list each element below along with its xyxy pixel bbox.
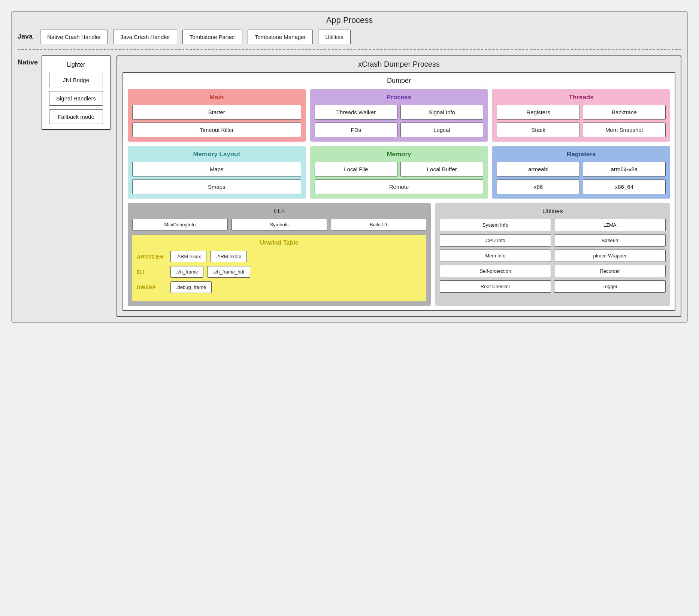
java-row: Java Native Crash Handler Java Crash Han… xyxy=(18,30,681,49)
memory-boxes-bottom: Remote xyxy=(315,179,484,194)
xcrash-title: xCrash Dumper Process xyxy=(122,60,675,69)
box-starter: Starter xyxy=(132,105,301,120)
unwind-row-eh: EH .eh_frame .eh_frame_hdr xyxy=(137,266,422,278)
box-mem-info: Mem Info xyxy=(440,250,551,262)
box-tombstone-parser: Tombstone Parser xyxy=(182,30,242,44)
box-smaps: Smaps xyxy=(132,179,301,194)
dumper-bottom-row: ELF MiniDebugInfo Symbols Build-ID Unwin… xyxy=(128,203,670,306)
elf-title: ELF xyxy=(132,208,426,215)
box-signal-handlers: Signal Handlers xyxy=(49,91,103,106)
box-threads-walker: Threads Walker xyxy=(315,105,397,120)
unwind-dwarf-label: DWARF xyxy=(137,284,167,290)
box-local-buffer: Local Buffer xyxy=(400,162,483,176)
app-process-title: App Process xyxy=(18,15,681,25)
diagram-wrapper: App Process Java Native Crash Handler Ja… xyxy=(7,7,692,326)
threads-boxes: Registers Backtrace Stack Mem Snapshot xyxy=(497,105,666,137)
box-ptrace-wrapper: ptrace Wrapper xyxy=(554,250,666,262)
utilities-title: Utilities xyxy=(440,208,666,215)
memory-label: Memory xyxy=(315,151,484,158)
box-lzma: LZMA xyxy=(554,219,666,231)
box-tombstone-manager: Tombstone Manager xyxy=(248,30,313,44)
process-boxes: Threads Walker Signal Info FDs Logcat xyxy=(315,105,484,137)
main-boxes: Starter Timeout Killer xyxy=(132,105,301,137)
box-fds: FDs xyxy=(315,123,397,137)
box-root-checker: Root Checker xyxy=(440,280,551,293)
box-remote: Remote xyxy=(315,179,484,194)
section-memory: Memory Local File Local Buffer Remote xyxy=(310,146,488,199)
native-row: Native Lighter JNI Bridge Signal Handler… xyxy=(18,50,681,322)
box-build-id: Build-ID xyxy=(331,219,426,230)
box-arm-exidx: .ARM.exidx xyxy=(170,251,206,262)
section-memory-layout: Memory Layout Maps Smaps xyxy=(128,146,306,199)
app-process-box: App Process Java Native Crash Handler Ja… xyxy=(11,11,688,323)
memory-layout-label: Memory Layout xyxy=(132,151,301,158)
dumper-title: Dumper xyxy=(128,77,670,85)
unwind-eh-label: EH xyxy=(137,269,167,275)
box-cpu-info: CPU Info xyxy=(440,234,551,247)
box-backtrace: Backtrace xyxy=(583,105,666,120)
box-x86-64: x86_64 xyxy=(583,179,666,194)
section-threads: Threads Registers Backtrace Stack Mem Sn… xyxy=(492,89,670,142)
process-label: Process xyxy=(315,94,484,101)
lighter-title: Lighter xyxy=(49,61,103,68)
box-armeabi: armeabi xyxy=(497,162,580,176)
unwind-row-dwarf: DWARF .debug_frame xyxy=(137,281,422,293)
xcrash-process-box: xCrash Dumper Process Dumper Main Starte… xyxy=(116,55,681,317)
box-recorder: Recorder xyxy=(554,265,666,277)
box-base64: Base64 xyxy=(554,234,666,247)
box-local-file: Local File xyxy=(315,162,397,176)
utilities-grid: System Info LZMA CPU Info Base64 Mem Inf… xyxy=(440,219,666,293)
box-registers-thread: Registers xyxy=(497,105,580,120)
box-debug-frame: .debug_frame xyxy=(170,281,212,293)
box-arm64-v8a: arm64-v8a xyxy=(583,162,666,176)
unwind-title: Unwind Table xyxy=(137,239,422,246)
memory-boxes-top: Local File Local Buffer xyxy=(315,162,484,176)
box-fallback-mode: Fallback mode xyxy=(49,109,103,124)
box-x86: x86 xyxy=(497,179,580,194)
box-self-protection: Self-protection xyxy=(440,265,551,277)
box-utilities-java: Utilities xyxy=(318,30,350,44)
dumper-box: Dumper Main Starter Timeout Killer xyxy=(122,72,675,311)
box-arm-extab: .ARM.extab xyxy=(210,251,247,262)
box-maps: Maps xyxy=(132,162,301,176)
box-symbols: Symbols xyxy=(232,219,327,230)
java-boxes: Native Crash Handler Java Crash Handler … xyxy=(40,30,681,49)
box-eh-frame-hdr: .eh_frame_hdr xyxy=(207,266,250,278)
registers-label: Registers xyxy=(497,151,666,158)
dumper-mid-row: Memory Layout Maps Smaps Memory Local Fi… xyxy=(128,146,670,199)
box-signal-info: Signal Info xyxy=(400,105,483,120)
box-system-info: System Info xyxy=(440,219,551,231)
box-native-crash-handler: Native Crash Handler xyxy=(40,30,108,44)
main-label: Main xyxy=(132,94,301,101)
box-logcat: Logcat xyxy=(400,123,483,137)
unwind-row-arm32: ARM32 EH .ARM.exidx .ARM.extab xyxy=(137,251,422,262)
dumper-top-row: Main Starter Timeout Killer Process Thre… xyxy=(128,89,670,142)
box-stack: Stack xyxy=(497,123,580,137)
box-logger: Logger xyxy=(554,280,666,293)
box-java-crash-handler: Java Crash Handler xyxy=(113,30,177,44)
box-timeout-killer: Timeout Killer xyxy=(132,123,301,137)
lighter-items: JNI Bridge Signal Handlers Fallback mode xyxy=(49,73,103,124)
box-mem-snapshot: Mem Snapshot xyxy=(583,123,666,137)
unwind-section: Unwind Table ARM32 EH .ARM.exidx .ARM.ex… xyxy=(132,235,426,301)
memory-layout-boxes: Maps Smaps xyxy=(132,162,301,194)
section-process: Process Threads Walker Signal Info FDs L… xyxy=(310,89,488,142)
java-label: Java xyxy=(18,30,40,49)
native-label: Native xyxy=(18,55,42,69)
box-jni-bridge: JNI Bridge xyxy=(49,73,103,87)
registers-boxes: armeabi arm64-v8a x86 x86_64 xyxy=(497,162,666,194)
elf-top-boxes: MiniDebugInfo Symbols Build-ID xyxy=(132,219,426,230)
box-eh-frame: .eh_frame xyxy=(170,266,204,278)
threads-label: Threads xyxy=(497,94,666,101)
utilities-section: Utilities System Info LZMA CPU Info Base… xyxy=(435,203,671,306)
box-minidebuginfo: MiniDebugInfo xyxy=(132,219,228,230)
section-main: Main Starter Timeout Killer xyxy=(128,89,306,142)
unwind-arm32-label: ARM32 EH xyxy=(137,254,167,260)
section-registers: Registers armeabi arm64-v8a x86 x86_64 xyxy=(492,146,670,199)
lighter-box: Lighter JNI Bridge Signal Handlers Fallb… xyxy=(42,55,111,130)
elf-section: ELF MiniDebugInfo Symbols Build-ID Unwin… xyxy=(128,203,431,306)
